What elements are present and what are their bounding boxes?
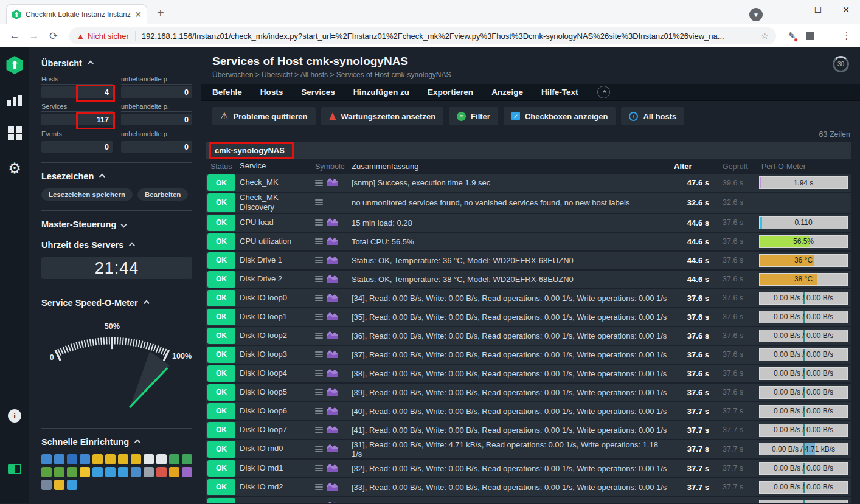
service-menu-icon[interactable] — [315, 199, 323, 205]
service-menu-icon[interactable] — [315, 370, 323, 376]
perf-o-meter[interactable]: 0.00 B/s / 0.00 B/s — [759, 462, 848, 475]
col-geprueft[interactable]: Geprüft — [709, 162, 755, 171]
qs-icon-network-topology[interactable] — [41, 467, 52, 477]
action-checkboxen-anzeigen[interactable]: ✓Checkboxen anzeigen — [504, 107, 616, 125]
qs-icon-deployment[interactable] — [105, 454, 116, 464]
status-badge[interactable]: OK — [207, 271, 235, 288]
pen-icon[interactable]: ✎ — [785, 29, 799, 43]
graph-icon[interactable] — [327, 217, 338, 229]
sidebar-toggle-icon[interactable] — [8, 464, 21, 474]
qs-icon-host-properties[interactable] — [54, 454, 64, 464]
edit-bookmarks-button[interactable]: Bearbeiten — [137, 188, 188, 201]
status-badge[interactable]: OK — [207, 479, 235, 495]
service-name[interactable]: Disk IO md1 — [237, 463, 310, 473]
menu-item-befehle[interactable]: Befehle — [212, 88, 242, 97]
qs-icon-notifications[interactable] — [80, 467, 90, 477]
perf-o-meter[interactable]: 0.00 B/s / 0.00 B/s — [759, 330, 848, 342]
menu-item-hinzufügen-zu[interactable]: Hinzufügen zu — [353, 88, 409, 97]
profile-avatar-icon[interactable] — [821, 29, 836, 43]
status-badge[interactable]: OK — [207, 365, 235, 382]
bookmark-star-icon[interactable]: ☆ — [761, 30, 769, 41]
monitor-icon[interactable] — [7, 95, 22, 106]
service-name[interactable]: Disk IO loop0 — [237, 293, 310, 303]
perf-o-meter[interactable]: 0.00 B/s / 0.00 B/s — [759, 348, 848, 361]
qs-icon-license[interactable] — [41, 480, 52, 490]
service-menu-icon[interactable] — [315, 465, 323, 471]
service-menu-icon[interactable] — [315, 389, 323, 395]
service-name[interactable]: Disk IO loop1 — [237, 312, 310, 322]
service-name[interactable]: Disk IO loop3 — [237, 350, 310, 359]
qs-icon-timeperiods[interactable] — [156, 467, 167, 477]
qs-icon-distributed-monitoring[interactable] — [54, 467, 64, 477]
status-badge[interactable]: OK — [207, 441, 235, 458]
qs-icon-dashboards[interactable] — [169, 454, 179, 464]
checkmk-logo[interactable]: ⬆ — [5, 56, 24, 74]
perf-o-meter[interactable]: 0.00 B/s / 0.00 B/s — [759, 386, 848, 399]
status-badge[interactable]: OK — [207, 422, 235, 438]
action-filter[interactable]: ≡Filter — [449, 107, 498, 125]
status-badge[interactable]: OK — [207, 384, 235, 401]
perf-o-meter[interactable]: 0.00 B/s / 0.00 B/s — [759, 292, 848, 305]
menu-item-anzeige[interactable]: Anzeige — [491, 88, 523, 97]
service-menu-icon[interactable] — [315, 333, 323, 339]
tab-close-icon[interactable]: ✕ — [134, 10, 142, 19]
perf-o-meter[interactable]: 0.00 B/s / 0.00 B/s — [759, 405, 848, 418]
window-minimize-button[interactable]: ─ — [776, 0, 804, 19]
qs-icon-services[interactable] — [92, 454, 103, 464]
service-menu-icon[interactable] — [315, 314, 323, 320]
status-badge[interactable]: OK — [207, 290, 235, 306]
breadcrumb[interactable]: Überwachen > Übersicht > All hosts > Ser… — [212, 71, 849, 79]
menu-collapse-button[interactable] — [597, 86, 610, 98]
stat-value-box[interactable]: 4 — [41, 86, 113, 98]
back-button[interactable]: ← — [6, 27, 23, 44]
service-name[interactable]: Disk IO loop2 — [237, 331, 310, 340]
status-badge[interactable]: OK — [207, 193, 235, 212]
perf-o-meter[interactable]: 0.00 B/s / 0.00 B/s — [759, 367, 848, 380]
refresh-countdown[interactable]: 30 — [833, 56, 849, 72]
graph-icon[interactable] — [327, 387, 338, 398]
service-menu-icon[interactable] — [315, 219, 323, 226]
qs-icon-custom-icons[interactable] — [182, 467, 192, 477]
service-menu-icon[interactable] — [315, 351, 323, 357]
col-status[interactable]: Status — [206, 159, 237, 174]
service-menu-icon[interactable] — [315, 446, 323, 452]
qs-icon-clusters[interactable] — [67, 467, 77, 477]
service-name[interactable]: Disk IO loop5 — [237, 387, 310, 397]
window-close-button[interactable]: ✕ — [832, 0, 860, 19]
graph-icon[interactable] — [327, 292, 338, 304]
service-name[interactable]: Disk IO md2 — [237, 482, 310, 492]
status-badge[interactable]: OK — [207, 174, 235, 191]
menu-item-services[interactable]: Services — [301, 88, 335, 97]
perf-o-meter[interactable]: 0.00 B/s / 0.00 B/s — [759, 424, 848, 437]
service-name[interactable]: Disk IO mtdblock0 — [237, 501, 310, 503]
bookmarks-section-header[interactable]: Lesezeichen — [41, 171, 192, 181]
qs-icon-cloud[interactable] — [182, 454, 192, 464]
perf-o-meter[interactable]: 1.94 s — [759, 176, 848, 189]
address-bar[interactable]: ▲ Nicht sicher 192.168.1.156/Instanz01/c… — [69, 27, 776, 44]
status-badge[interactable]: OK — [207, 233, 235, 250]
status-badge[interactable]: OK — [207, 252, 235, 269]
service-menu-icon[interactable] — [315, 180, 323, 186]
graph-icon[interactable] — [327, 255, 338, 266]
qs-icon-visibility[interactable] — [67, 480, 77, 490]
status-badge[interactable]: OK — [207, 498, 235, 504]
menu-item-hilfe-text[interactable]: Hilfe-Text — [541, 88, 578, 97]
service-menu-icon[interactable] — [315, 503, 323, 503]
status-badge[interactable]: OK — [207, 215, 235, 231]
col-alter[interactable]: Alter — [674, 162, 709, 171]
service-name[interactable]: CPU load — [237, 218, 310, 227]
service-name[interactable]: Check_MK Discovery — [237, 193, 310, 213]
forward-button[interactable]: → — [26, 27, 43, 44]
service-name[interactable]: Disk IO loop4 — [237, 368, 310, 378]
stat-value-box[interactable]: 0 — [121, 141, 192, 153]
service-menu-icon[interactable] — [315, 484, 323, 490]
service-name[interactable]: CPU utilization — [237, 236, 310, 246]
perf-o-meter[interactable]: 0.00 B/s / 0.00 B/s — [759, 500, 848, 504]
url-text[interactable]: 192.168.1.156/Instanz01/check_mk/index.p… — [142, 32, 756, 41]
setup-gear-icon[interactable]: ⚙ — [8, 161, 21, 176]
menu-item-exportieren[interactable]: Exportieren — [428, 88, 473, 97]
qs-icon-passwords[interactable] — [169, 467, 179, 477]
stat-value-box[interactable]: 117 — [41, 114, 113, 125]
service-menu-icon[interactable] — [315, 295, 323, 301]
browser-update-icon[interactable]: ▼ — [749, 8, 763, 21]
